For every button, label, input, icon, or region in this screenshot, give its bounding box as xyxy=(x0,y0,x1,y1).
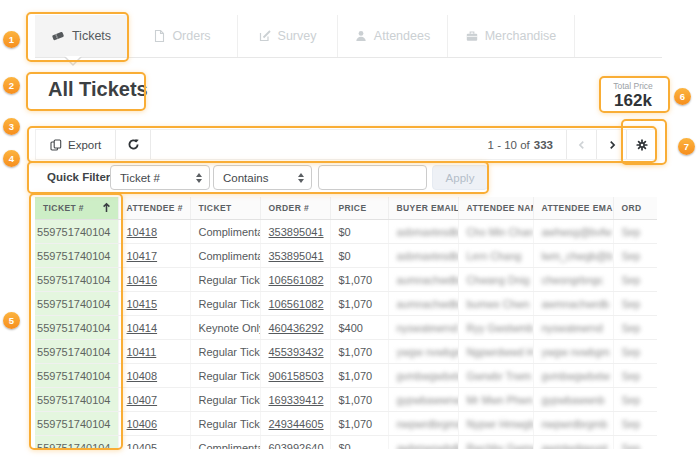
tab-attendees[interactable]: Attendees xyxy=(338,15,448,57)
cell-ticket-type: Regular Ticket xyxy=(190,340,260,364)
tab-tickets[interactable]: Tickets xyxy=(35,15,128,57)
column-header-price[interactable]: PRICE xyxy=(330,197,388,220)
table-row[interactable]: 559751740104 10418 Complimentar 35389504… xyxy=(35,220,657,244)
order-link[interactable]: 106561082 xyxy=(269,298,324,310)
cell-attendee-email-redacted: gypwbawwnb xyxy=(542,394,605,406)
cell-attendee-name-redacted: Nypwr Hmwgb xyxy=(467,418,534,430)
cell-ticket-no: 559751740104 xyxy=(35,268,118,292)
cell-order-misc-redacted: Sep xyxy=(622,346,641,358)
order-link[interactable]: 460436292 xyxy=(269,322,324,334)
order-link[interactable]: 169339412 xyxy=(269,394,324,406)
cell-buyer-email-redacted: gypwbawwnwb xyxy=(397,394,459,406)
attendee-link[interactable]: 10416 xyxy=(127,274,158,286)
attendee-link[interactable]: 10408 xyxy=(127,370,158,382)
attendee-link[interactable]: 10407 xyxy=(127,394,158,406)
column-header-ticket[interactable]: TICKET xyxy=(190,197,260,220)
cell-order-misc-redacted: Sep xyxy=(622,322,641,334)
attendee-link[interactable]: 10411 xyxy=(127,346,157,358)
order-link[interactable]: 106561082 xyxy=(269,274,324,286)
attendee-link[interactable]: 10405 xyxy=(127,442,158,450)
cell-ticket-type: Complimentar xyxy=(190,436,260,450)
select-arrows-icon xyxy=(196,173,202,183)
cell-price: $1,070 xyxy=(330,364,388,388)
page-title: All Tickets xyxy=(48,78,148,101)
attendee-link[interactable]: 10414 xyxy=(127,322,158,334)
table-row[interactable]: 559751740104 10415 Regular Ticket 106561… xyxy=(35,292,657,316)
cell-buyer-email-redacted: nyswatewrnd xyxy=(397,322,458,334)
cell-attendee-email-redacted: chwsngrbngc xyxy=(542,274,604,286)
pagination-total: 333 xyxy=(534,139,553,151)
table-row[interactable]: 559751740104 10405 Complimentar 60399264… xyxy=(35,436,657,450)
cell-ticket-no: 559751740104 xyxy=(35,436,118,450)
cell-buyer-email-redacted: aumnachwdbr xyxy=(397,298,459,310)
cell-ticket-type: Regular Ticket xyxy=(190,388,260,412)
order-link[interactable]: 603992640 xyxy=(269,442,324,450)
grid-toolbar: Export 1 - 10 of 333 xyxy=(35,129,657,160)
cell-buyer-email-redacted: asbmaxtesdbv xyxy=(397,250,459,262)
column-label: TICKET # xyxy=(43,203,84,213)
cell-attendee-name-redacted: Ngpwrdwwd H xyxy=(467,346,534,358)
table-row[interactable]: 559751740104 10407 Regular Ticket 169339… xyxy=(35,388,657,412)
order-link[interactable]: 906158503 xyxy=(269,370,324,382)
table-row[interactable]: 559751740104 10416 Regular Ticket 106561… xyxy=(35,268,657,292)
tab-merchandise[interactable]: Merchandise xyxy=(448,15,575,57)
cell-attendee-email-redacted: nwpwrdbrgmb xyxy=(542,418,608,430)
column-header-attendee-no[interactable]: ATTENDEE # xyxy=(118,197,190,220)
cell-price: $1,070 xyxy=(330,340,388,364)
cell-attendee-name-redacted: Rwchby Gwmw xyxy=(467,442,534,450)
ticket-icon xyxy=(51,30,65,42)
tab-label: Survey xyxy=(278,29,317,43)
tab-label: Attendees xyxy=(374,29,430,43)
table-row[interactable]: 559751740104 10406 Regular Ticket 249344… xyxy=(35,412,657,436)
table-row[interactable]: 559751740104 10411 Regular Ticket 455393… xyxy=(35,340,657,364)
order-link[interactable]: 249344605 xyxy=(269,418,324,430)
refresh-button[interactable] xyxy=(116,130,151,159)
next-page-button[interactable] xyxy=(596,130,626,159)
order-link[interactable]: 353895041 xyxy=(269,226,324,238)
filter-field-value: Ticket # xyxy=(120,172,160,184)
filter-value-input[interactable] xyxy=(318,165,427,190)
cell-ticket-no: 559751740104 xyxy=(35,220,118,244)
quick-filter-bar: Quick Filter: Ticket # Contains Apply xyxy=(35,162,657,194)
tab-survey[interactable]: Survey xyxy=(238,15,338,57)
tickets-table: TICKET # ATTENDEE # TICKET ORDER # PRICE… xyxy=(35,197,657,449)
cell-attendee-name-redacted: Chwang Dnig xyxy=(467,274,530,286)
order-link[interactable]: 353895041 xyxy=(269,250,324,262)
table-row[interactable]: 559751740104 10414 Keynote Only 46043629… xyxy=(35,316,657,340)
cell-attendee-name-redacted: Ryy Gwstwmb xyxy=(467,322,534,334)
order-link[interactable]: 455393432 xyxy=(269,346,324,358)
apply-filter-button[interactable]: Apply xyxy=(432,165,488,190)
cell-ticket-type: Regular Ticket xyxy=(190,412,260,436)
cell-order-misc-redacted: Sep xyxy=(622,394,641,406)
column-header-order-misc[interactable]: ORD xyxy=(613,197,657,220)
cell-ticket-type: Regular Ticket xyxy=(190,364,260,388)
attendee-link[interactable]: 10415 xyxy=(127,298,158,310)
tab-bar: Tickets Orders Survey Attendees xyxy=(35,15,662,58)
export-button[interactable]: Export xyxy=(36,130,116,159)
tab-orders[interactable]: Orders xyxy=(128,15,238,57)
attendee-link[interactable]: 10417 xyxy=(127,250,158,262)
cell-ticket-type: Regular Ticket xyxy=(190,292,260,316)
cell-ticket-no: 559751740104 xyxy=(35,340,118,364)
cell-order-misc-redacted: Sep xyxy=(622,418,641,430)
column-header-ticket-no[interactable]: TICKET # xyxy=(35,197,118,220)
filter-operator-select[interactable]: Contains xyxy=(213,165,312,190)
filter-field-select[interactable]: Ticket # xyxy=(110,165,210,190)
annotation-marker-5: 5 xyxy=(3,312,20,329)
table-row[interactable]: 559751740104 10417 Complimentar 35389504… xyxy=(35,244,657,268)
prev-page-button[interactable] xyxy=(566,130,596,159)
annotation-marker-3: 3 xyxy=(3,118,20,135)
table-row[interactable]: 559751740104 10408 Regular Ticket 906158… xyxy=(35,364,657,388)
column-header-attendee-email[interactable]: ATTENDEE EMA xyxy=(533,197,613,220)
tickets-page: Tickets Orders Survey Attendees xyxy=(0,0,700,459)
column-header-attendee-name[interactable]: ATTENDEE NAM xyxy=(458,197,533,220)
grid-settings-button[interactable] xyxy=(626,130,656,159)
cell-price: $1,070 xyxy=(330,292,388,316)
attendee-link[interactable]: 10406 xyxy=(127,418,158,430)
column-header-order-no[interactable]: ORDER # xyxy=(260,197,330,220)
cell-ticket-no: 559751740104 xyxy=(35,316,118,340)
attendee-link[interactable]: 10418 xyxy=(127,226,158,238)
cell-attendee-name-redacted: Lern Chang xyxy=(467,250,522,262)
column-header-buyer-email[interactable]: BUYER EMAIL xyxy=(388,197,458,220)
cell-ticket-type: Keynote Only xyxy=(190,316,260,340)
